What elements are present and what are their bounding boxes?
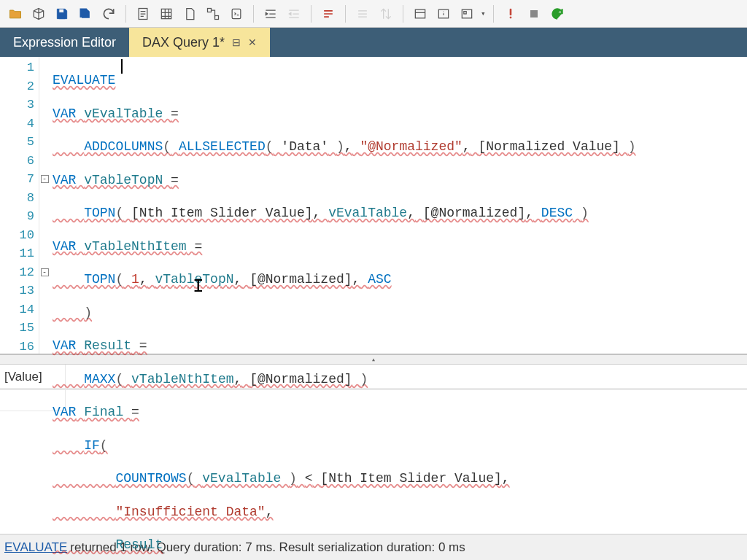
text-cursor-icon: I xyxy=(193,276,204,298)
document-icon[interactable] xyxy=(133,4,152,23)
indent-icon[interactable] xyxy=(261,4,280,23)
page-icon[interactable] xyxy=(180,4,199,23)
main-toolbar: ▾ xyxy=(0,0,747,28)
fold-column: - - xyxy=(39,57,50,354)
comment-icon[interactable] xyxy=(319,4,338,23)
refresh-icon[interactable] xyxy=(99,4,118,23)
panel2-icon[interactable] xyxy=(434,4,453,23)
relationship-icon[interactable] xyxy=(204,4,222,23)
cube-icon[interactable] xyxy=(29,4,48,23)
text-caret xyxy=(121,59,123,74)
stop-icon[interactable] xyxy=(525,4,543,23)
uncomment-icon[interactable] xyxy=(353,4,372,23)
tab-bar: Expression Editor DAX Query 1* ⊟ ✕ xyxy=(0,28,747,57)
fold-toggle[interactable]: - xyxy=(41,268,49,276)
svg-rect-9 xyxy=(530,10,538,18)
svg-rect-2 xyxy=(208,8,212,12)
tab-expression-editor[interactable]: Expression Editor xyxy=(0,28,129,57)
code-editor[interactable]: 1 2 3 4 5 6 7 8 9 10 11 12 13 14 15 16 -… xyxy=(0,57,747,354)
panel1-icon[interactable] xyxy=(411,4,430,23)
fold-toggle[interactable]: - xyxy=(41,175,49,183)
close-icon[interactable]: ✕ xyxy=(248,36,257,48)
tab-label: DAX Query 1* xyxy=(142,35,225,50)
save-all-icon[interactable] xyxy=(76,4,95,23)
save-icon[interactable] xyxy=(53,4,71,23)
warning-icon[interactable] xyxy=(501,4,520,23)
open-folder-icon[interactable] xyxy=(6,4,25,23)
move-icon[interactable] xyxy=(376,4,395,23)
tab-label: Expression Editor xyxy=(13,35,116,50)
svg-rect-3 xyxy=(215,15,219,19)
code-area[interactable]: EVALUATE VAR vEvalTable = ADDCOLUMNS( AL… xyxy=(50,57,747,354)
outdent-icon[interactable] xyxy=(285,4,303,23)
script-icon[interactable] xyxy=(227,4,246,23)
panel3-icon[interactable] xyxy=(457,4,476,23)
svg-rect-1 xyxy=(161,9,171,18)
line-gutter: 1 2 3 4 5 6 7 8 9 10 11 12 13 14 15 16 xyxy=(0,57,39,354)
tab-dax-query[interactable]: DAX Query 1* ⊟ ✕ xyxy=(129,28,270,57)
pin-icon[interactable]: ⊟ xyxy=(232,36,241,48)
svg-rect-8 xyxy=(464,11,466,13)
svg-rect-5 xyxy=(415,9,425,18)
table-icon[interactable] xyxy=(157,4,176,23)
run-icon[interactable] xyxy=(548,4,567,23)
